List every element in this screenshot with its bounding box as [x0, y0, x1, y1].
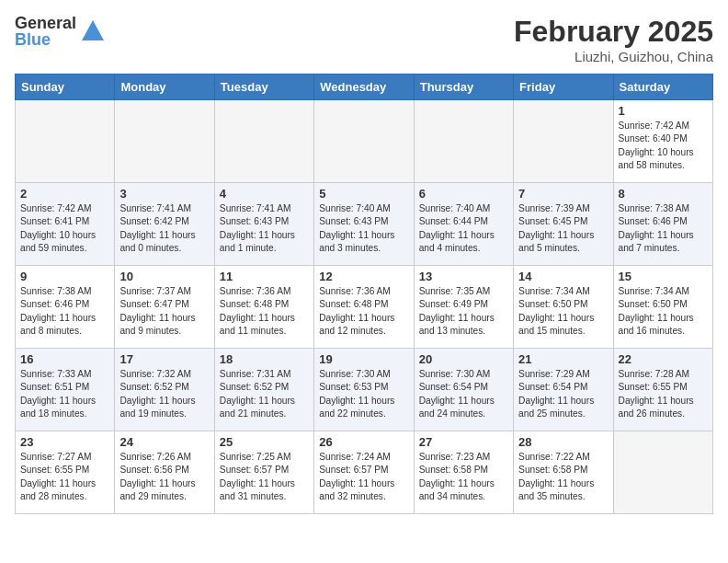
logo-blue: Blue	[15, 31, 76, 48]
day-number: 3	[119, 187, 209, 201]
day-info: Sunrise: 7:32 AM Sunset: 6:52 PM Dayligh…	[119, 368, 209, 420]
calendar-cell: 18Sunrise: 7:31 AM Sunset: 6:52 PM Dayli…	[214, 349, 313, 431]
day-number: 23	[20, 435, 109, 449]
page-header: General Blue February 2025 Liuzhi, Guizh…	[15, 15, 713, 64]
day-info: Sunrise: 7:28 AM Sunset: 6:55 PM Dayligh…	[619, 368, 708, 420]
logo: General Blue	[15, 15, 106, 48]
day-info: Sunrise: 7:40 AM Sunset: 6:44 PM Dayligh…	[419, 202, 508, 255]
day-number: 7	[518, 187, 608, 201]
calendar-cell: 5Sunrise: 7:40 AM Sunset: 6:43 PM Daylig…	[314, 183, 414, 266]
calendar-cell: 28Sunrise: 7:22 AM Sunset: 6:58 PM Dayli…	[514, 431, 613, 514]
day-number: 15	[619, 270, 708, 283]
calendar-cell: 23Sunrise: 7:27 AM Sunset: 6:55 PM Dayli…	[16, 431, 115, 514]
calendar-cell: 3Sunrise: 7:41 AM Sunset: 6:42 PM Daylig…	[115, 183, 214, 266]
calendar-cell: 1Sunrise: 7:42 AM Sunset: 6:40 PM Daylig…	[613, 100, 712, 183]
calendar-cell: 17Sunrise: 7:32 AM Sunset: 6:52 PM Dayli…	[115, 349, 214, 431]
day-number: 16	[20, 352, 109, 366]
day-info: Sunrise: 7:29 AM Sunset: 6:54 PM Dayligh…	[518, 368, 608, 420]
day-number: 14	[518, 270, 608, 283]
svg-marker-0	[82, 20, 104, 40]
day-number: 9	[20, 270, 109, 283]
day-info: Sunrise: 7:37 AM Sunset: 6:47 PM Dayligh…	[119, 285, 209, 338]
calendar-cell	[115, 100, 214, 183]
calendar-table: SundayMondayTuesdayWednesdayThursdayFrid…	[15, 74, 713, 514]
location: Liuzhi, Guizhou, China	[514, 49, 713, 64]
day-info: Sunrise: 7:30 AM Sunset: 6:54 PM Dayligh…	[419, 368, 508, 420]
logo-icon	[80, 18, 106, 44]
calendar-cell: 27Sunrise: 7:23 AM Sunset: 6:58 PM Dayli…	[414, 431, 513, 514]
calendar-cell: 25Sunrise: 7:25 AM Sunset: 6:57 PM Dayli…	[214, 431, 313, 514]
day-info: Sunrise: 7:22 AM Sunset: 6:58 PM Dayligh…	[518, 451, 608, 503]
day-number: 12	[319, 270, 408, 283]
calendar-cell	[16, 100, 115, 183]
calendar-cell: 16Sunrise: 7:33 AM Sunset: 6:51 PM Dayli…	[16, 349, 115, 431]
day-info: Sunrise: 7:34 AM Sunset: 6:50 PM Dayligh…	[619, 285, 708, 338]
calendar-week-row: 23Sunrise: 7:27 AM Sunset: 6:55 PM Dayli…	[16, 431, 713, 514]
day-number: 5	[319, 187, 408, 201]
day-number: 25	[220, 435, 309, 449]
calendar-week-row: 1Sunrise: 7:42 AM Sunset: 6:40 PM Daylig…	[16, 100, 713, 183]
day-info: Sunrise: 7:27 AM Sunset: 6:55 PM Dayligh…	[20, 451, 109, 503]
day-info: Sunrise: 7:24 AM Sunset: 6:57 PM Dayligh…	[319, 451, 408, 503]
day-number: 10	[119, 270, 209, 283]
calendar-week-row: 2Sunrise: 7:42 AM Sunset: 6:41 PM Daylig…	[16, 183, 713, 266]
calendar-cell	[613, 431, 712, 514]
day-number: 22	[619, 352, 708, 366]
calendar-cell: 2Sunrise: 7:42 AM Sunset: 6:41 PM Daylig…	[16, 183, 115, 266]
day-number: 27	[419, 435, 508, 449]
title-block: February 2025 Liuzhi, Guizhou, China	[514, 15, 713, 64]
day-info: Sunrise: 7:36 AM Sunset: 6:48 PM Dayligh…	[220, 285, 309, 338]
weekday-header-row: SundayMondayTuesdayWednesdayThursdayFrid…	[16, 75, 713, 100]
weekday-header: Wednesday	[314, 75, 414, 100]
day-info: Sunrise: 7:38 AM Sunset: 6:46 PM Dayligh…	[619, 202, 708, 255]
weekday-header: Tuesday	[214, 75, 313, 100]
calendar-cell: 20Sunrise: 7:30 AM Sunset: 6:54 PM Dayli…	[414, 349, 513, 431]
calendar-cell: 15Sunrise: 7:34 AM Sunset: 6:50 PM Dayli…	[613, 266, 712, 349]
calendar-cell: 4Sunrise: 7:41 AM Sunset: 6:43 PM Daylig…	[214, 183, 313, 266]
day-info: Sunrise: 7:34 AM Sunset: 6:50 PM Dayligh…	[518, 285, 608, 338]
calendar-cell: 21Sunrise: 7:29 AM Sunset: 6:54 PM Dayli…	[514, 349, 613, 431]
weekday-header: Friday	[514, 75, 613, 100]
calendar-cell: 8Sunrise: 7:38 AM Sunset: 6:46 PM Daylig…	[613, 183, 712, 266]
calendar-cell	[214, 100, 313, 183]
day-number: 8	[619, 187, 708, 201]
day-number: 20	[419, 352, 508, 366]
calendar-cell: 10Sunrise: 7:37 AM Sunset: 6:47 PM Dayli…	[115, 266, 214, 349]
calendar-cell	[514, 100, 613, 183]
calendar-cell: 9Sunrise: 7:38 AM Sunset: 6:46 PM Daylig…	[16, 266, 115, 349]
calendar-cell: 6Sunrise: 7:40 AM Sunset: 6:44 PM Daylig…	[414, 183, 513, 266]
day-number: 26	[319, 435, 408, 449]
day-info: Sunrise: 7:42 AM Sunset: 6:40 PM Dayligh…	[619, 120, 708, 172]
day-number: 2	[20, 187, 109, 201]
day-number: 4	[220, 187, 309, 201]
calendar-cell: 24Sunrise: 7:26 AM Sunset: 6:56 PM Dayli…	[115, 431, 214, 514]
weekday-header: Thursday	[414, 75, 513, 100]
day-info: Sunrise: 7:35 AM Sunset: 6:49 PM Dayligh…	[419, 285, 508, 338]
day-info: Sunrise: 7:41 AM Sunset: 6:42 PM Dayligh…	[119, 202, 209, 255]
calendar-cell	[414, 100, 513, 183]
day-info: Sunrise: 7:23 AM Sunset: 6:58 PM Dayligh…	[419, 451, 508, 503]
day-info: Sunrise: 7:36 AM Sunset: 6:48 PM Dayligh…	[319, 285, 408, 338]
calendar-cell: 7Sunrise: 7:39 AM Sunset: 6:45 PM Daylig…	[514, 183, 613, 266]
day-info: Sunrise: 7:38 AM Sunset: 6:46 PM Dayligh…	[20, 285, 109, 338]
day-info: Sunrise: 7:30 AM Sunset: 6:53 PM Dayligh…	[319, 368, 408, 420]
day-info: Sunrise: 7:25 AM Sunset: 6:57 PM Dayligh…	[220, 451, 309, 503]
day-number: 11	[220, 270, 309, 283]
weekday-header: Monday	[115, 75, 214, 100]
day-info: Sunrise: 7:31 AM Sunset: 6:52 PM Dayligh…	[220, 368, 309, 420]
day-number: 1	[619, 104, 708, 118]
day-info: Sunrise: 7:33 AM Sunset: 6:51 PM Dayligh…	[20, 368, 109, 420]
calendar-week-row: 9Sunrise: 7:38 AM Sunset: 6:46 PM Daylig…	[16, 266, 713, 349]
day-info: Sunrise: 7:26 AM Sunset: 6:56 PM Dayligh…	[119, 451, 209, 503]
month-title: February 2025	[514, 15, 713, 49]
calendar-cell: 19Sunrise: 7:30 AM Sunset: 6:53 PM Dayli…	[314, 349, 414, 431]
day-info: Sunrise: 7:39 AM Sunset: 6:45 PM Dayligh…	[518, 202, 608, 255]
calendar-cell: 26Sunrise: 7:24 AM Sunset: 6:57 PM Dayli…	[314, 431, 414, 514]
weekday-header: Saturday	[613, 75, 712, 100]
day-number: 6	[419, 187, 508, 201]
calendar-cell: 22Sunrise: 7:28 AM Sunset: 6:55 PM Dayli…	[613, 349, 712, 431]
day-number: 21	[518, 352, 608, 366]
logo-general: General	[15, 15, 76, 31]
day-number: 18	[220, 352, 309, 366]
calendar-cell: 12Sunrise: 7:36 AM Sunset: 6:48 PM Dayli…	[314, 266, 414, 349]
